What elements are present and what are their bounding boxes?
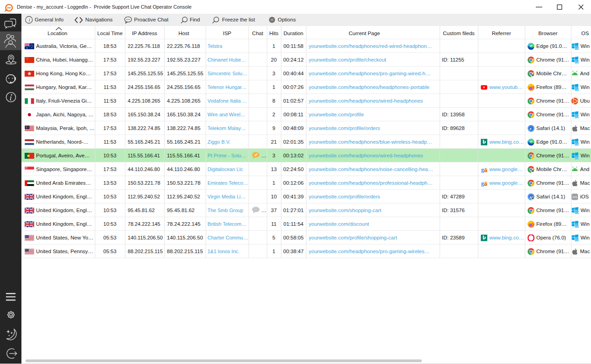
svg-text:10: 10 [575, 210, 579, 214]
svg-text:g: g [481, 180, 484, 187]
svg-text:10: 10 [575, 46, 579, 50]
svg-text:M: M [531, 197, 534, 200]
svg-text:i: i [29, 17, 30, 22]
svg-text:10: 10 [575, 238, 579, 241]
svg-text:M: M [531, 73, 534, 77]
svg-text:10: 10 [575, 156, 579, 159]
svg-text:M: M [531, 169, 534, 172]
svg-text:g: g [481, 166, 484, 173]
svg-text:iOS: iOS [573, 196, 577, 198]
svg-text:10: 10 [575, 87, 579, 91]
svg-text:10: 10 [575, 114, 579, 118]
svg-text:10: 10 [575, 60, 579, 63]
svg-text:10: 10 [575, 142, 579, 146]
svg-text:10: 10 [575, 224, 579, 228]
